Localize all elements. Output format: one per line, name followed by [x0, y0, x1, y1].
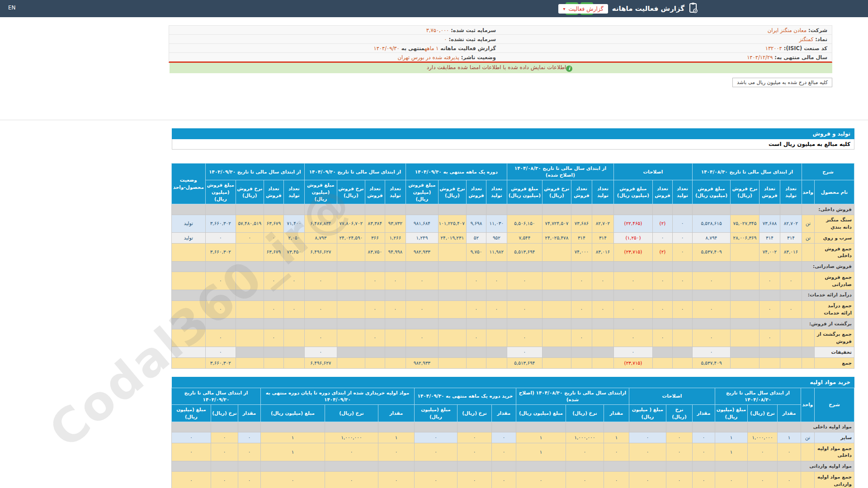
value-cell: ۰ — [238, 443, 260, 461]
info-value: کمنگنز — [799, 36, 813, 42]
empty-cell — [507, 204, 542, 215]
section-label: برگشت از فروش: — [802, 319, 854, 329]
column-header: مبلغ فروش (میلیون ریال) — [507, 180, 542, 204]
data-row: جمع فروش صادراتی۰۰۰۰۰۰۰۰۰۰۰۰۰۰۰۰۰۰ — [171, 272, 854, 290]
value-cell: ۰ — [692, 300, 730, 319]
value-cell: ۱ — [260, 432, 325, 443]
data-row: جمع مواد اولیه داخلی۰۰۱۰۰۰۰۰۱۰۰۰۰۰۱۰۰۰ — [171, 443, 854, 461]
value-cell: ۱ — [378, 432, 414, 443]
column-header: مبلغ فروش (میلیون ریال) — [304, 180, 337, 204]
empty-cell — [337, 290, 365, 300]
empty-cell — [542, 204, 571, 215]
column-header: نرخ فروش (ریال) — [236, 180, 264, 204]
empty-cell — [731, 290, 760, 300]
column-header: تعداد تولید — [672, 180, 692, 204]
empty-cell — [604, 422, 629, 432]
value-cell: ۰ — [486, 300, 507, 319]
unit-cell — [802, 347, 815, 358]
column-header: مقدار — [693, 405, 715, 422]
value-cell — [283, 358, 304, 369]
column-header: مبلغ (میلیون ریال) — [715, 405, 748, 422]
unit-cell — [802, 244, 815, 262]
column-header: تعداد تولید — [385, 180, 406, 204]
empty-cell — [260, 461, 325, 472]
report-type-dropdown-label: گزارش فعالیت — [569, 5, 604, 12]
info-cell: نماد: کمنگنز — [500, 35, 832, 44]
report-type-dropdown[interactable]: گزارش فعالیت ▾ — [558, 4, 608, 14]
value-cell: ۰ — [778, 472, 801, 488]
empty-cell — [236, 204, 264, 215]
value-cell: ۹۸۲,۹۳۳ — [406, 244, 438, 262]
section-label: فروش داخلی: — [802, 204, 854, 215]
value-cell: ۰ — [507, 272, 542, 290]
status-cell — [171, 329, 205, 347]
empty-cell — [205, 290, 236, 300]
million-rial-note: کلیه مبالغ درج شده به میلیون ریال می باش… — [732, 78, 832, 87]
empty-cell — [365, 319, 385, 329]
data-row: جمع درآمد ارائه خدمات۰۰۰۰۰۰۰۰۰۰۰۰۰۰۰۰۰۰ — [171, 300, 854, 319]
empty-cell — [171, 319, 205, 329]
value-cell: ۰ — [613, 329, 652, 347]
empty-cell — [666, 422, 693, 432]
value-cell: ۰ — [672, 233, 692, 244]
value-cell: ۲۴,۰۲۵,۴۷۸ — [542, 233, 571, 244]
column-header: نرخ (ریال) — [457, 405, 491, 422]
empty-cell — [629, 422, 666, 432]
value-cell — [264, 358, 283, 369]
value-cell — [236, 272, 264, 290]
unit-cell — [802, 300, 815, 319]
info-label: گزارش فعالیت ماهانه — [439, 45, 496, 52]
empty-cell — [566, 461, 604, 472]
column-group-header: از ابتدای سال مالی تا تاریخ ۱۴۰۴/۰۹/۳۰ — [304, 164, 406, 180]
column-header: مبلغ (میلیون ریال) — [516, 405, 566, 422]
value-cell: ۰ — [466, 300, 486, 319]
empty-cell — [264, 204, 283, 215]
empty-cell — [378, 422, 414, 432]
value-cell: ۰ — [715, 472, 748, 488]
value-cell: ۰ — [748, 443, 778, 461]
value-cell — [236, 300, 264, 319]
value-cell: ۹۸۱,۶۸۴ — [406, 215, 438, 233]
empty-cell — [731, 319, 760, 329]
row-label: جمع مواد اولیه وارداتی — [815, 472, 854, 488]
value-cell — [385, 347, 406, 358]
column-header: تعداد فروش — [571, 180, 592, 204]
value-cell — [571, 347, 592, 358]
empty-cell — [337, 319, 365, 329]
column-header: مبلغ (میلیون ریال) — [260, 405, 325, 422]
empty-cell — [486, 261, 507, 272]
empty-cell — [205, 261, 236, 272]
section-row: برگشت از فروش: — [171, 319, 854, 329]
value-cell: ۰ — [264, 329, 283, 347]
value-cell: ۰ — [304, 347, 337, 358]
value-cell: ۰ — [629, 443, 666, 461]
value-cell: ۱ — [516, 432, 566, 443]
info-label: سرمایه ثبت شده: — [449, 27, 496, 33]
column-header: نرخ (ریال) — [211, 405, 238, 422]
empty-cell — [592, 319, 613, 329]
value-cell: ۰ — [672, 272, 692, 290]
info-label: کد صنعت (ISIC): — [782, 45, 827, 52]
value-cell: ۰ — [378, 443, 414, 461]
section-label: درآمد ارائه خدمات: — [802, 290, 854, 300]
empty-cell — [516, 461, 566, 472]
column-header: تعداد تولید — [486, 180, 507, 204]
value-cell: ۸۳,۳۸۴ — [365, 215, 385, 233]
value-cell: ۰ — [365, 329, 385, 347]
value-cell: ۰ — [171, 443, 211, 461]
value-cell: ۰ — [264, 272, 283, 290]
language-toggle[interactable]: EN — [8, 5, 16, 11]
value-cell: ۱ — [715, 432, 748, 443]
empty-cell — [171, 261, 205, 272]
column-header: نرخ (ریال) — [325, 405, 378, 422]
row-label: جمع مواد اولیه داخلی — [815, 443, 854, 461]
value-cell: ۰ — [365, 300, 385, 319]
column-header: نرخ (ریال) — [666, 405, 693, 422]
empty-cell — [613, 319, 652, 329]
value-cell: ۰ — [652, 300, 672, 319]
value-cell: ۰ — [414, 432, 457, 443]
row-label: جمع برگشت از فروش — [815, 329, 854, 347]
column-header: تعداد فروش — [652, 180, 672, 204]
empty-cell — [692, 261, 730, 272]
value-cell: ۰ — [507, 300, 542, 319]
